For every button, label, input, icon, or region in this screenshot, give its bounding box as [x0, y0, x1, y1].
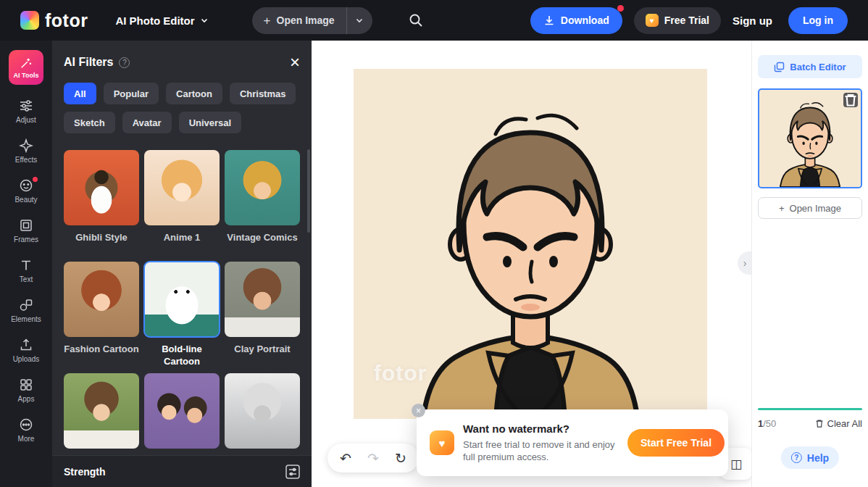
magic-wand-icon [20, 57, 33, 70]
sidebar-item-more[interactable]: More [3, 410, 49, 450]
clear-all-button[interactable]: Clear All [815, 418, 862, 429]
download-label: Download [561, 14, 609, 26]
undo-button[interactable]: ↶ [332, 444, 359, 473]
download-button[interactable]: Download [530, 7, 622, 34]
filter-thumbnail [225, 373, 300, 449]
sidebar-item-beauty[interactable]: Beauty [3, 171, 49, 211]
batch-editor-button[interactable]: Batch Editor [758, 55, 862, 78]
filter-label: Fashion Cartoon [64, 343, 139, 367]
trash-icon [815, 419, 824, 428]
close-tooltip-icon[interactable]: × [412, 404, 425, 417]
strength-section: Strength [52, 455, 312, 487]
app-switcher-label: AI Photo Editor [115, 14, 194, 27]
filter-item-anime-1[interactable]: Anime 1 [144, 150, 220, 256]
tab-sketch[interactable]: Sketch [64, 112, 115, 133]
app-switcher-menu[interactable]: AI Photo Editor [115, 14, 208, 27]
collapse-right-panel-handle[interactable]: › [738, 251, 752, 275]
tab-cartoon[interactable]: Cartoon [166, 83, 222, 104]
filter-item-clay-portrait[interactable]: Clay Portrait [225, 262, 300, 367]
open-image-secondary-button[interactable]: + Open Image [758, 197, 862, 219]
tab-all[interactable]: All [64, 83, 96, 104]
sidebar-item-frames[interactable]: Frames [3, 211, 49, 251]
upload-icon [19, 338, 33, 352]
sidebar-item-label: AI Tools [14, 72, 39, 79]
filter-item[interactable] [225, 373, 300, 449]
open-image-button[interactable]: + Open Image [252, 14, 346, 27]
ai-filters-panel: AI Filters ? × All Popular Cartoon Chris… [52, 41, 312, 487]
sidebar-item-label: Apps [18, 395, 35, 403]
frame-icon [19, 218, 33, 233]
filter-item-bold-line-cartoon[interactable]: Bold-line Cartoon [144, 262, 220, 367]
sidebar-item-apps[interactable]: Apps [3, 370, 49, 410]
help-question-icon[interactable]: ? [119, 57, 130, 68]
batch-editor-label: Batch Editor [790, 62, 846, 72]
download-icon [543, 14, 555, 26]
sidebar-item-effects[interactable]: Effects [3, 131, 49, 171]
strength-sliders-icon[interactable] [284, 463, 301, 480]
filter-label: Bold-line Cartoon [144, 343, 220, 367]
filter-grid: Ghibli Style Anime 1 Vintage Comics Fash… [64, 150, 300, 449]
fotor-logo[interactable]: fotor [20, 10, 88, 31]
face-icon [19, 178, 33, 193]
tab-avatar[interactable]: Avatar [122, 112, 172, 133]
filter-thumbnail [64, 373, 139, 449]
filter-thumbnail [64, 262, 139, 337]
filter-thumbnail [225, 262, 300, 337]
notification-dot [617, 5, 624, 12]
gem-heart-icon: ♥ [646, 14, 659, 27]
reset-button[interactable]: ↻ [387, 444, 414, 473]
sidebar-item-adjust[interactable]: Adjust [3, 91, 49, 131]
filter-thumbnail [225, 150, 300, 225]
sidebar-item-elements[interactable]: Elements [3, 291, 49, 330]
redo-button[interactable]: ↷ [359, 444, 387, 473]
filter-thumbnail [64, 150, 139, 225]
start-free-trial-button[interactable]: Start Free Trial [627, 429, 725, 457]
open-image-label: Open Image [790, 203, 842, 214]
search-icon[interactable] [407, 12, 425, 29]
help-button[interactable]: ? Help [781, 446, 839, 469]
tooltip-body: Start free trial to remove it and enjoy … [463, 438, 619, 463]
fotor-editor-app: fotor AI Photo Editor + Open Image Downl… [0, 0, 868, 487]
close-panel-button[interactable]: × [290, 54, 300, 71]
filter-item-vintage-comics[interactable]: Vintage Comics [225, 150, 300, 256]
sidebar-item-uploads[interactable]: Uploads [3, 330, 49, 370]
premium-gem-icon: ♥ [430, 430, 454, 455]
open-image-split-button[interactable]: + Open Image [252, 7, 372, 34]
filter-item[interactable] [64, 373, 139, 449]
sidebar-item-ai-tools[interactable]: AI Tools [3, 46, 49, 88]
filter-label: Ghibli Style [64, 231, 139, 256]
free-trial-label: Free Trial [664, 14, 709, 26]
tab-popular[interactable]: Popular [104, 83, 159, 104]
watermark-upsell-tooltip: × ♥ Want no watermark? Start free trial … [417, 409, 728, 476]
filter-item[interactable] [144, 373, 220, 449]
editor-canvas[interactable]: fotor ↶ ↷ ↻ ◫ × ♥ Want no watermark? Sta… [312, 41, 752, 487]
tab-christmas[interactable]: Christmas [230, 83, 296, 104]
sidebar-item-label: Beauty [14, 196, 37, 204]
image-thumbnail-selected[interactable] [758, 88, 862, 188]
sidebar-item-text[interactable]: Text [3, 251, 49, 291]
strength-label: Strength [64, 466, 106, 478]
batch-meta-row: 1 /50 Clear All [758, 418, 862, 429]
grid-icon [19, 378, 33, 392]
free-trial-button[interactable]: ♥ Free Trial [634, 7, 721, 34]
help-label: Help [807, 452, 829, 464]
log-in-button[interactable]: Log in [788, 7, 848, 34]
filter-item-ghibli-style[interactable]: Ghibli Style [64, 150, 139, 256]
sparkle-icon [19, 138, 33, 153]
tooltip-title: Want no watermark? [463, 423, 619, 435]
edited-image[interactable]: fotor [354, 69, 707, 419]
chevron-down-icon [355, 16, 364, 25]
panel-scrollbar[interactable] [307, 149, 310, 233]
filter-label: Vintage Comics [225, 231, 300, 256]
tab-universal[interactable]: Universal [179, 112, 242, 133]
sidebar-item-label: Frames [14, 236, 38, 244]
image-count-total: /50 [763, 418, 776, 429]
batch-progress-bar [758, 408, 862, 410]
sidebar-item-label: Adjust [16, 116, 36, 124]
sliders-icon [19, 99, 33, 113]
delete-image-icon[interactable] [843, 93, 858, 107]
open-image-dropdown-toggle[interactable] [346, 7, 372, 34]
filter-item-fashion-cartoon[interactable]: Fashion Cartoon [64, 262, 139, 367]
sign-up-link[interactable]: Sign up [733, 14, 772, 27]
ai-tools-active-tile: AI Tools [9, 50, 43, 85]
